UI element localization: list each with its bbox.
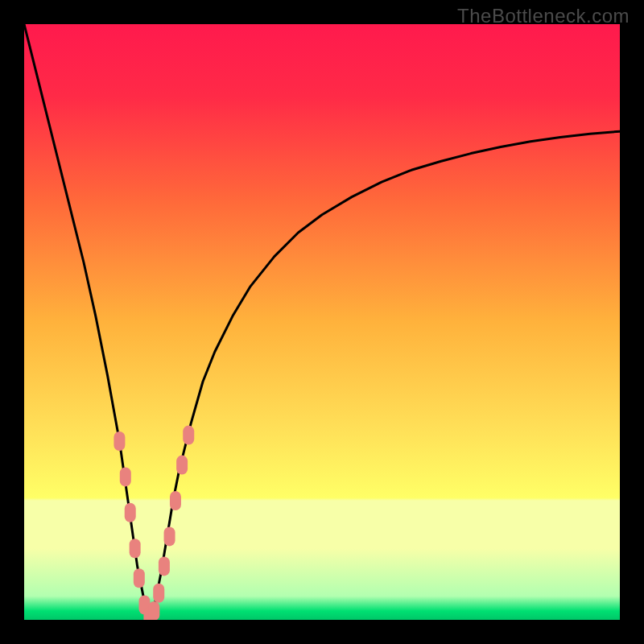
data-marker — [114, 431, 125, 451]
chart-frame: TheBottleneck.com — [0, 0, 644, 644]
data-marker — [120, 467, 131, 486]
plot-area — [24, 24, 620, 620]
data-marker — [170, 491, 181, 510]
data-marker — [134, 568, 145, 588]
data-marker — [148, 601, 159, 620]
bottleneck-chart — [24, 24, 620, 620]
data-marker — [164, 526, 175, 546]
data-marker — [183, 426, 194, 445]
data-marker — [125, 503, 136, 522]
data-marker — [159, 556, 170, 576]
data-marker — [130, 539, 141, 558]
data-marker — [176, 456, 188, 475]
gradient-background — [24, 24, 620, 620]
data-marker — [153, 584, 164, 603]
